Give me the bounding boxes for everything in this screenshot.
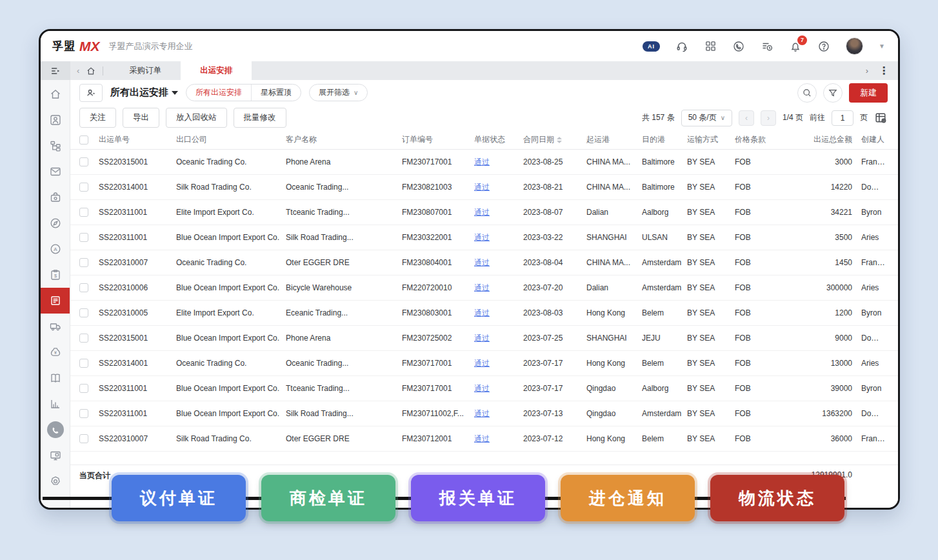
flow-button-1[interactable]: 议付单证: [112, 475, 246, 521]
sidebar-item-monitor[interactable]: [41, 443, 70, 468]
user-avatar[interactable]: [846, 37, 863, 55]
status-link[interactable]: 通过: [474, 408, 523, 419]
status-link[interactable]: 通过: [474, 257, 523, 268]
sidebar-item-contacts[interactable]: [41, 107, 70, 133]
nav-back-icon[interactable]: ‹: [77, 66, 79, 75]
goto-page-input[interactable]: [832, 110, 853, 126]
whatsapp-icon[interactable]: [732, 40, 745, 53]
cell-8: Belem: [642, 308, 687, 317]
sidebar-item-org-chart[interactable]: [41, 133, 70, 159]
table-row[interactable]: SS220314001Oceanic Trading Co.Oceanic Tr…: [70, 351, 898, 376]
table-row[interactable]: SS220311001Elite Import Export Co.Ttcean…: [70, 200, 898, 225]
sidebar-item-whatsapp[interactable]: [41, 417, 70, 443]
action-button-4[interactable]: 批量修改: [234, 108, 286, 128]
page-size-select[interactable]: 50 条/页 ∨: [681, 110, 732, 126]
cell-7: SHANGHAI: [586, 233, 642, 242]
sidebar-item-audit[interactable]: A: [41, 236, 70, 262]
table-row[interactable]: SS220310007Oceanic Trading Co.Oter EGGER…: [70, 250, 898, 275]
flow-button-3[interactable]: 报关单证: [411, 475, 545, 521]
status-link[interactable]: 通过: [474, 232, 523, 243]
row-checkbox[interactable]: [79, 308, 88, 317]
sidebar-item-gear[interactable]: [41, 468, 70, 494]
sidebar-item-clipboard-dollar[interactable]: $: [41, 262, 70, 288]
table-row[interactable]: SS220314001Silk Road Trading Co.Oceanic …: [70, 175, 898, 200]
status-link[interactable]: 通过: [474, 383, 523, 394]
row-checkbox[interactable]: [79, 258, 88, 267]
sidebar-item-compass[interactable]: [41, 210, 70, 236]
action-button-2[interactable]: 导出: [123, 108, 159, 128]
expand-filter-button[interactable]: 展开筛选 ∨: [309, 84, 368, 101]
apps-grid-icon[interactable]: [704, 40, 717, 53]
search-icon[interactable]: [797, 83, 817, 103]
new-record-button[interactable]: 新建: [849, 83, 888, 103]
cell-7: Qingdao: [586, 409, 642, 418]
sidebar-item-money-bag[interactable]: ¥: [41, 339, 70, 365]
column-settings-icon[interactable]: [874, 111, 888, 125]
row-checkbox[interactable]: [79, 409, 88, 418]
row-checkbox[interactable]: [79, 283, 88, 292]
status-link[interactable]: 通过: [474, 358, 523, 369]
row-checkbox[interactable]: [79, 384, 88, 393]
sidebar-item-shipping-doc[interactable]: [41, 288, 70, 314]
table-row[interactable]: SS220310005Elite Import Export Co.Eceani…: [70, 301, 898, 326]
table-row[interactable]: SS220311001Blue Ocean Import Export Co.S…: [70, 225, 898, 250]
table-row[interactable]: SS220311001Blue Ocean Import Export Co.T…: [70, 376, 898, 401]
ai-assistant-button[interactable]: AI: [643, 41, 660, 52]
headset-icon[interactable]: [675, 40, 688, 53]
sidebar-collapse-button[interactable]: [41, 61, 70, 80]
status-link[interactable]: 通过: [474, 182, 523, 193]
view-title-dropdown[interactable]: 所有出运安排: [110, 86, 178, 99]
row-checkbox[interactable]: [79, 233, 88, 242]
tab-1[interactable]: 采购订单: [110, 61, 181, 80]
table-row[interactable]: SS220310006Blue Ocean Import Export Co.B…: [70, 275, 898, 301]
table-row[interactable]: SS220311001Blue Ocean Import Export Co.S…: [70, 401, 898, 426]
row-checkbox[interactable]: [79, 183, 88, 192]
row-checkbox[interactable]: [79, 157, 88, 166]
status-link[interactable]: 通过: [474, 157, 523, 168]
table-row[interactable]: SS220315001Blue Ocean Import Export Co.P…: [70, 326, 898, 351]
table-row[interactable]: SS220315001Oceanic Trading Co.Phone Aren…: [70, 150, 898, 175]
row-checkbox[interactable]: [79, 208, 88, 217]
avatar-chevron-down-icon[interactable]: ▼: [879, 43, 885, 50]
row-checkbox[interactable]: [79, 334, 88, 343]
status-link[interactable]: 通过: [474, 434, 523, 445]
cell-8: Baltimore: [642, 157, 687, 166]
sidebar-item-truck[interactable]: [41, 314, 70, 339]
sort-icon[interactable]: [557, 137, 562, 143]
notifications-bell-icon[interactable]: 7: [789, 40, 802, 53]
row-checkbox[interactable]: [79, 359, 88, 368]
select-all-checkbox[interactable]: [79, 135, 88, 145]
next-page-button[interactable]: ›: [761, 110, 776, 126]
sidebar-item-notebook[interactable]: [41, 365, 70, 391]
row-checkbox[interactable]: [79, 434, 88, 443]
status-link[interactable]: 通过: [474, 308, 523, 319]
flow-button-2[interactable]: 商检单证: [261, 475, 395, 521]
cell-6: 2023-07-12: [523, 434, 586, 443]
sidebar-item-mail[interactable]: [41, 159, 70, 185]
tabs-scroll-right-icon[interactable]: ›: [866, 66, 868, 75]
cell-3: Bicycle Warehouse: [286, 283, 402, 292]
flow-button-5[interactable]: 物流状态: [710, 475, 844, 521]
sidebar-item-bag[interactable]: [41, 185, 70, 210]
sidebar-item-bar-chart[interactable]: [41, 391, 70, 417]
action-button-3[interactable]: 放入回收站: [166, 108, 227, 128]
table-row[interactable]: SS220310007Silk Road Trading Co.Oter EGG…: [70, 426, 898, 452]
nav-home-icon[interactable]: [86, 66, 96, 76]
action-button-1[interactable]: 关注: [79, 108, 116, 128]
sidebar-item-home[interactable]: [41, 81, 70, 107]
filter-funnel-icon[interactable]: [823, 83, 843, 103]
segment-star-pinned[interactable]: 星标置顶: [252, 85, 301, 101]
tab-2[interactable]: 出运安排: [181, 61, 252, 80]
tab-menu-icon[interactable]: ⋮: [879, 65, 889, 77]
prev-page-button[interactable]: ‹: [739, 110, 754, 126]
flow-button-4[interactable]: 进仓通知: [561, 475, 695, 521]
help-icon[interactable]: [817, 40, 830, 53]
cell-7: Qingdao: [586, 384, 642, 393]
task-history-icon[interactable]: [761, 40, 773, 53]
status-link[interactable]: 通过: [474, 207, 523, 218]
status-link[interactable]: 通过: [474, 333, 523, 344]
view-switcher-button[interactable]: [79, 84, 103, 102]
status-link[interactable]: 通过: [474, 283, 523, 294]
cell-2: Oceanic Trading Co.: [176, 157, 286, 166]
segment-all-shipments[interactable]: 所有出运安排: [186, 85, 252, 101]
